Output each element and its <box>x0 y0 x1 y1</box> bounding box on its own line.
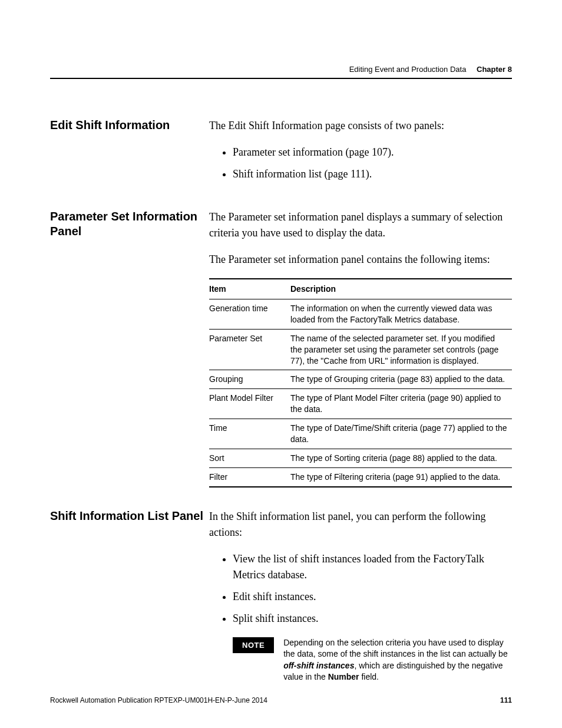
note: NOTE Depending on the selection criteria… <box>233 637 512 683</box>
note-text: Depending on the selection criteria you … <box>283 637 512 683</box>
running-head-title: Editing Event and Production Data <box>349 65 467 74</box>
note-text-post: field. <box>359 672 379 681</box>
bullet-list: Parameter set information (page 107). Sh… <box>209 144 512 182</box>
footer: Rockwell Automation Publication RPTEXP-U… <box>50 696 512 704</box>
section-parameter-set-information-panel: Parameter Set Information Panel The Para… <box>50 209 512 487</box>
table-cell-item: Parameter Set <box>209 329 290 370</box>
table-cell-item: Grouping <box>209 370 290 389</box>
table-cell-description: The type of Filtering criteria (page 91)… <box>290 467 512 486</box>
table-row: Filter The type of Filtering criteria (p… <box>209 467 512 486</box>
table-row: Sort The type of Sorting criteria (page … <box>209 449 512 467</box>
list-item: View the list of shift instances loaded … <box>233 551 512 583</box>
list-item: Parameter set information (page 107). <box>233 144 512 160</box>
page: Editing Event and Production Data Chapte… <box>0 0 562 728</box>
note-emphasis-off-shift: off-shift instances <box>283 661 354 670</box>
running-head: Editing Event and Production Data Chapte… <box>349 65 512 74</box>
section-body: The Edit Shift Information page consists… <box>209 118 512 193</box>
footer-page-number: 111 <box>500 696 512 704</box>
list-item: Split shift instances. <box>233 611 512 627</box>
section-body: The Parameter set information panel disp… <box>209 209 512 487</box>
table-cell-item: Generation time <box>209 299 290 330</box>
footer-publication: Rockwell Automation Publication RPTEXP-U… <box>50 696 267 704</box>
section-heading: Shift Information List Panel <box>50 509 209 523</box>
table-cell-description: The information on when the currently vi… <box>290 299 512 330</box>
section-heading: Parameter Set Information Panel <box>50 209 209 239</box>
table-header-item: Item <box>209 279 290 299</box>
table-row: Plant Model Filter The type of Plant Mod… <box>209 389 512 419</box>
table-row: Time The type of Date/Time/Shift criteri… <box>209 419 512 449</box>
table-cell-description: The name of the selected parameter set. … <box>290 329 512 370</box>
table-cell-item: Time <box>209 419 290 449</box>
intro-paragraph: The Edit Shift Information page consists… <box>209 118 512 134</box>
table-header-description: Description <box>290 279 512 299</box>
section-shift-information-list-panel: Shift Information List Panel In the Shif… <box>50 509 512 683</box>
table-row: Generation time The information on when … <box>209 299 512 330</box>
section-body: In the Shift information list panel, you… <box>209 509 512 683</box>
paragraph: The Parameter set information panel disp… <box>209 209 512 241</box>
list-item: Shift information list (page 111). <box>233 166 512 182</box>
table-cell-item: Filter <box>209 467 290 486</box>
items-table: Item Description Generation time The inf… <box>209 278 512 487</box>
note-badge: NOTE <box>233 637 274 654</box>
section-edit-shift-information: Edit Shift Information The Edit Shift In… <box>50 118 512 193</box>
section-heading: Edit Shift Information <box>50 118 209 133</box>
table-cell-description: The type of Grouping criteria (page 83) … <box>290 370 512 389</box>
running-head-chapter: Chapter 8 <box>477 65 512 74</box>
note-text-pre: Depending on the selection criteria you … <box>283 638 508 659</box>
table-row: Parameter Set The name of the selected p… <box>209 329 512 370</box>
bullet-list: View the list of shift instances loaded … <box>209 551 512 627</box>
table-header-row: Item Description <box>209 279 512 299</box>
table-cell-item: Sort <box>209 449 290 467</box>
table-row: Grouping The type of Grouping criteria (… <box>209 370 512 389</box>
table-cell-description: The type of Sorting criteria (page 88) a… <box>290 449 512 467</box>
list-item: Edit shift instances. <box>233 589 512 605</box>
header-rule <box>50 78 512 79</box>
table-cell-description: The type of Plant Model Filter criteria … <box>290 389 512 419</box>
intro-paragraph: In the Shift information list panel, you… <box>209 509 512 541</box>
table-cell-description: The type of Date/Time/Shift criteria (pa… <box>290 419 512 449</box>
table-cell-item: Plant Model Filter <box>209 389 290 419</box>
note-emphasis-number: Number <box>328 672 359 681</box>
paragraph: The Parameter set information panel cont… <box>209 252 512 268</box>
content: Edit Shift Information The Edit Shift In… <box>50 118 512 683</box>
